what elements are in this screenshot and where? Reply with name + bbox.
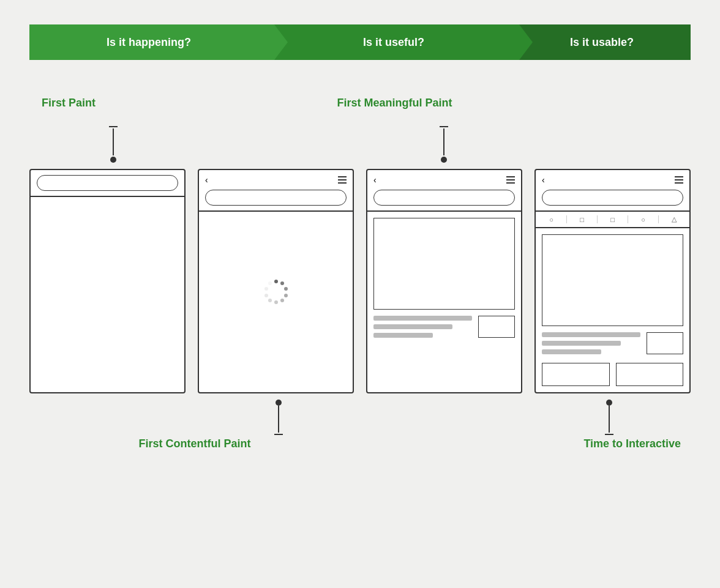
phone3-hamburger-icon — [506, 176, 515, 184]
connector-cap3 — [274, 434, 283, 435]
phone4-bottom-buttons — [542, 363, 683, 386]
connector-first-paint — [109, 126, 118, 163]
tab-separator — [628, 215, 628, 223]
phone1-body — [31, 197, 184, 356]
text-line — [373, 316, 472, 321]
content-area: First Paint First Meaningful Paint — [29, 97, 691, 462]
arrow-happening: Is it happening? — [29, 24, 274, 60]
phone3-header: ‹ — [367, 170, 521, 212]
phone-first-contentful: ‹ — [198, 169, 354, 393]
phone4-back-icon: ‹ — [542, 175, 545, 185]
svg-point-7 — [264, 294, 268, 297]
phone4-header: ‹ — [536, 170, 689, 212]
svg-point-5 — [274, 300, 278, 304]
svg-point-1 — [280, 281, 284, 285]
arrow-useful: Is it useful? — [274, 24, 519, 60]
text-line — [542, 341, 621, 346]
loading-spinner-icon — [263, 278, 290, 305]
banner: Is it happening? Is it useful? Is it usa… — [29, 24, 691, 60]
phone3-text-lines — [373, 316, 472, 338]
phone4-tab-triangle: △ — [661, 215, 687, 223]
phone4-tabs: ○ □ □ ○ △ — [536, 212, 689, 228]
first-meaningful-paint-label: First Meaningful Paint — [337, 97, 452, 110]
connector-line2 — [443, 128, 444, 155]
phone4-action-button — [647, 332, 683, 354]
tab-separator — [658, 215, 659, 223]
phone2-back-icon: ‹ — [205, 175, 208, 185]
phone3-back-icon: ‹ — [373, 175, 377, 185]
phone4-btn-left — [542, 363, 610, 386]
phone4-tab-circle2: ○ — [630, 215, 656, 223]
phone4-body — [536, 228, 689, 392]
connector-time-interactive — [605, 398, 613, 435]
svg-point-2 — [284, 287, 288, 291]
tab-separator — [597, 215, 598, 223]
text-line — [542, 332, 640, 337]
phone3-content-lower — [373, 316, 515, 338]
phone4-tab-square1: □ — [569, 215, 595, 223]
phone2-hamburger-icon — [338, 176, 347, 184]
phones-row: ‹ — [29, 169, 691, 393]
connector-cap — [109, 126, 118, 127]
phone2-header: ‹ — [199, 170, 353, 212]
phone4-text-lines — [542, 332, 640, 354]
arrow-usable: Is it usable? — [519, 24, 691, 60]
connector-dot — [110, 157, 116, 163]
first-paint-label: First Paint — [42, 97, 96, 110]
phone3-header-row1: ‹ — [373, 175, 515, 185]
phone4-content-image — [542, 234, 683, 326]
svg-point-8 — [264, 287, 268, 291]
connector-dot3 — [276, 400, 282, 406]
tab-separator — [566, 215, 567, 223]
labels-top: First Paint First Meaningful Paint — [29, 97, 691, 121]
arrow-useful-label: Is it useful? — [351, 36, 443, 49]
connectors-bottom — [29, 398, 691, 435]
phone4-search-bar — [542, 190, 683, 206]
phone2-body — [199, 212, 353, 371]
svg-point-0 — [274, 280, 278, 283]
phone4-btn-right — [616, 363, 684, 386]
svg-point-9 — [268, 281, 272, 285]
phone-first-paint — [29, 169, 186, 393]
connector-line — [113, 128, 114, 155]
svg-point-3 — [284, 294, 288, 297]
connector-line3 — [278, 406, 279, 433]
loading-spinner-container — [205, 218, 347, 365]
phone2-header-row1: ‹ — [205, 175, 347, 185]
connector-first-meaningful — [440, 126, 448, 163]
phone1-header — [31, 170, 184, 197]
time-to-interactive-label: Time to Interactive — [583, 437, 681, 450]
connector-line4 — [609, 406, 610, 433]
first-contentful-paint-label: First Contentful Paint — [139, 437, 251, 450]
phone4-content-lower — [542, 332, 683, 354]
phone3-action-button — [478, 316, 515, 338]
phone3-body — [367, 212, 521, 371]
phone4-hamburger-icon — [675, 176, 683, 184]
phone2-search-bar — [205, 190, 347, 206]
phone-time-to-interactive: ‹ ○ □ □ ○ △ — [534, 169, 691, 393]
phone4-header-row1: ‹ — [542, 175, 683, 185]
phone3-search-bar — [373, 190, 515, 206]
connector-dot4 — [606, 400, 612, 406]
text-line — [373, 324, 452, 329]
svg-point-6 — [268, 299, 272, 302]
phone4-tab-square2: □ — [599, 215, 626, 223]
connector-cap4 — [605, 434, 613, 435]
phone1-search-bar — [37, 175, 178, 191]
connector-dot2 — [441, 157, 447, 163]
connector-cap2 — [440, 126, 448, 127]
connector-first-contentful — [274, 398, 283, 435]
connectors-top — [29, 126, 691, 163]
arrow-happening-label: Is it happening? — [94, 36, 209, 49]
labels-bottom: First Contentful Paint Time to Interacti… — [29, 437, 691, 462]
phone4-tab-circle: ○ — [538, 215, 564, 223]
text-line — [373, 333, 433, 338]
phone-first-meaningful: ‹ — [366, 169, 522, 393]
svg-point-4 — [280, 299, 284, 302]
text-line — [542, 349, 601, 354]
phone3-content-image — [373, 218, 515, 310]
arrow-usable-label: Is it usable? — [558, 36, 652, 49]
